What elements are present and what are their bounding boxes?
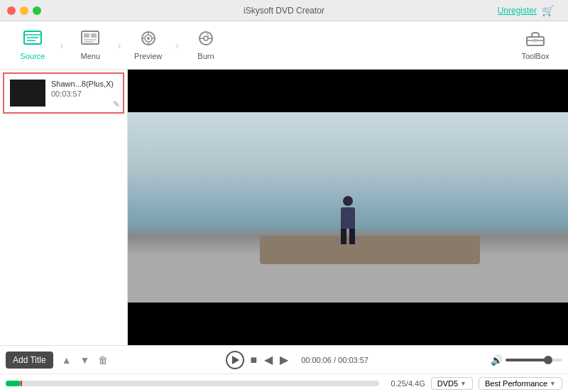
letterbox-bottom: [128, 303, 568, 345]
main-content: Shawn...8(Plus,X) 00:03:57 ✎: [0, 70, 568, 345]
person-silhouette: [337, 196, 359, 246]
person-legs: [337, 229, 359, 244]
progress-marker: [21, 381, 22, 386]
svg-point-17: [204, 36, 208, 40]
toolbar: Source › Menu › Prev: [0, 21, 568, 70]
progress-bar[interactable]: [6, 381, 379, 386]
tab-source[interactable]: Source: [7, 24, 58, 67]
progress-fill: [6, 381, 21, 386]
person-leg-left: [341, 229, 346, 244]
source-label: Source: [21, 52, 45, 60]
tab-preview[interactable]: Preview: [123, 24, 174, 67]
preview-icon: [139, 31, 158, 50]
prev-button[interactable]: ◀: [263, 352, 274, 368]
quality-label: Best Performance: [485, 379, 547, 388]
app-title: iSkysoft DVD Creator: [244, 6, 324, 16]
time-total: 00:03:57: [338, 356, 368, 364]
dvd-format-arrow: ▼: [460, 380, 466, 387]
move-up-button[interactable]: ▲: [59, 353, 75, 367]
media-duration: 00:03:57: [51, 89, 117, 98]
video-content: [128, 70, 568, 345]
person-head: [343, 196, 353, 206]
dvd-format-label: DVD5: [437, 379, 458, 388]
menu-icon: [81, 31, 99, 50]
play-icon: [232, 356, 239, 364]
toolbox-label: ToolBox: [521, 52, 549, 60]
arrow-1: ›: [60, 39, 63, 52]
add-title-button[interactable]: Add Title: [6, 352, 53, 369]
video-frame: [128, 70, 568, 345]
arrow-2: ›: [117, 39, 121, 52]
minimize-button[interactable]: [20, 6, 28, 15]
source-icon: [23, 31, 42, 50]
time-display: 00:00:06 / 00:03:57: [301, 356, 368, 364]
time-current: 00:00:06: [301, 356, 332, 364]
svg-rect-22: [533, 39, 537, 42]
video-scene: [128, 112, 568, 303]
progress-row: 0.25/4.4G DVD5 ▼ Best Performance ▼: [0, 374, 568, 392]
media-item[interactable]: Shawn...8(Plus,X) 00:03:57 ✎: [3, 72, 124, 114]
letterbox-top: [128, 70, 568, 112]
controls-row1: Add Title ▲ ▼ 🗑 ■ ◀ ▶ 00:00:06 / 00:03:5…: [0, 346, 568, 374]
rock-platform: [260, 236, 480, 264]
person-body: [341, 207, 355, 229]
tab-burn[interactable]: Burn: [180, 24, 231, 67]
volume-fill: [506, 359, 545, 361]
volume-icon[interactable]: 🔊: [491, 354, 503, 366]
dvd-format-select[interactable]: DVD5 ▼: [431, 377, 473, 390]
edit-icon[interactable]: ✎: [113, 99, 120, 109]
arrow-3: ›: [175, 39, 179, 52]
next-button[interactable]: ▶: [278, 352, 290, 368]
sidebar: Shawn...8(Plus,X) 00:03:57 ✎: [0, 70, 128, 345]
play-button[interactable]: [226, 351, 244, 369]
toolbox-button[interactable]: ToolBox: [510, 24, 561, 67]
preview-label: Preview: [134, 52, 162, 60]
quality-select[interactable]: Best Performance ▼: [479, 377, 562, 390]
volume-handle[interactable]: [544, 356, 552, 364]
media-info: Shawn...8(Plus,X) 00:03:57: [51, 80, 117, 98]
file-size: 0.25/4.4G: [390, 379, 425, 388]
tab-menu[interactable]: Menu: [65, 24, 116, 67]
preview-area: [128, 70, 568, 345]
menu-label: Menu: [81, 52, 101, 60]
media-thumbnail: [10, 80, 45, 107]
burn-label: Burn: [197, 52, 214, 60]
stop-button[interactable]: ■: [248, 352, 258, 368]
toolbox-icon: [525, 31, 545, 50]
cart-icon[interactable]: 🛒: [542, 5, 554, 16]
volume-slider[interactable]: [506, 359, 562, 361]
volume-area: 🔊: [491, 354, 562, 366]
svg-rect-5: [84, 33, 89, 38]
quality-arrow: ▼: [550, 380, 556, 387]
titlebar: iSkysoft DVD Creator Unregister 🛒: [0, 0, 568, 21]
list-controls: ▲ ▼ 🗑: [59, 353, 111, 367]
svg-rect-6: [91, 33, 97, 38]
move-down-button[interactable]: ▼: [77, 353, 93, 367]
close-button[interactable]: [7, 6, 16, 15]
playback-controls: ■ ◀ ▶ 00:00:06 / 00:03:57: [111, 351, 484, 369]
unregister-button[interactable]: Unregister: [498, 6, 537, 16]
svg-point-11: [147, 37, 150, 40]
person-leg-right: [349, 229, 355, 244]
delete-button[interactable]: 🗑: [95, 353, 111, 367]
maximize-button[interactable]: [33, 6, 41, 15]
traffic-lights: [7, 6, 41, 15]
burn-icon: [197, 31, 215, 50]
controls-area: Add Title ▲ ▼ 🗑 ■ ◀ ▶ 00:00:06 / 00:03:5…: [0, 345, 568, 392]
media-name: Shawn...8(Plus,X): [51, 80, 117, 88]
